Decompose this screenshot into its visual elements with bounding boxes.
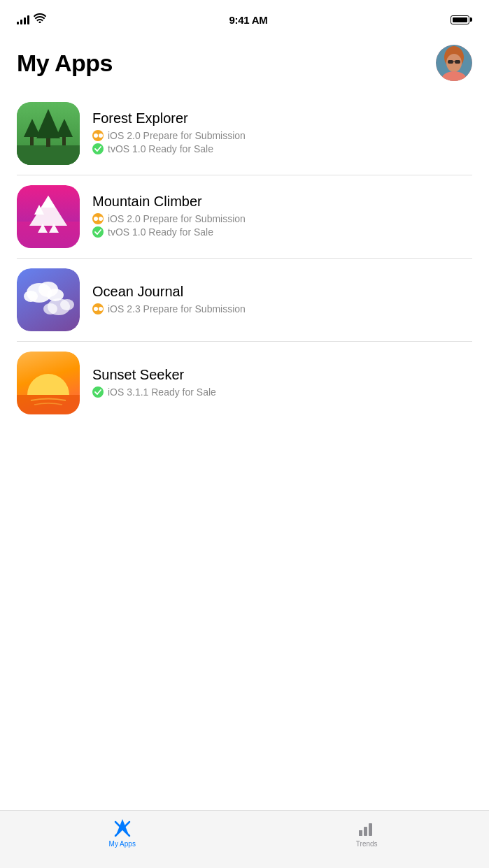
app-item-forest-explorer[interactable]: Forest Explorer iOS 2.0 Prepare for Subm… bbox=[17, 92, 472, 175]
svg-rect-4 bbox=[455, 60, 460, 64]
tab-trends-label: Trends bbox=[356, 840, 378, 848]
svg-rect-39 bbox=[364, 827, 367, 836]
svg-point-31 bbox=[60, 299, 74, 310]
app-status-forest-tvos: tvOS 1.0 Ready for Sale bbox=[92, 143, 472, 154]
battery-icon bbox=[451, 15, 472, 24]
app-status-forest-ios: iOS 2.0 Prepare for Submission bbox=[92, 130, 472, 141]
app-status-ocean-ios: iOS 2.3 Prepare for Submission bbox=[92, 303, 472, 314]
tab-trends[interactable]: Trends bbox=[245, 818, 490, 848]
app-info-forest-explorer: Forest Explorer iOS 2.0 Prepare for Subm… bbox=[92, 110, 472, 157]
trends-icon bbox=[357, 818, 376, 837]
svg-rect-35 bbox=[17, 395, 80, 414]
status-text-sunset-ios: iOS 3.1.1 Ready for Sale bbox=[108, 386, 216, 398]
wifi-icon bbox=[34, 13, 46, 26]
my-apps-icon bbox=[113, 818, 132, 837]
status-dot-yellow-3 bbox=[92, 303, 104, 314]
status-text-forest-ios: iOS 2.0 Prepare for Submission bbox=[108, 130, 246, 141]
status-dot-green-2 bbox=[92, 226, 104, 238]
svg-point-32 bbox=[43, 303, 57, 314]
app-item-ocean-journal[interactable]: Ocean Journal iOS 2.3 Prepare for Submis… bbox=[17, 259, 472, 342]
svg-rect-11 bbox=[46, 138, 50, 147]
app-info-ocean-journal: Ocean Journal iOS 2.3 Prepare for Submis… bbox=[92, 284, 472, 317]
avatar[interactable] bbox=[436, 45, 472, 81]
app-info-sunset-seeker: Sunset Seeker iOS 3.1.1 Ready for Sale bbox=[92, 367, 472, 400]
svg-point-16 bbox=[94, 133, 98, 138]
tab-my-apps-label: My Apps bbox=[109, 840, 136, 848]
header: My Apps bbox=[0, 31, 489, 92]
status-text-ocean-ios: iOS 2.3 Prepare for Submission bbox=[108, 303, 246, 314]
svg-rect-41 bbox=[359, 830, 362, 836]
svg-point-28 bbox=[24, 291, 38, 302]
tab-my-apps[interactable]: My Apps bbox=[0, 818, 245, 848]
status-text-forest-tvos: tvOS 1.0 Ready for Sale bbox=[108, 143, 213, 154]
app-item-mountain-climber[interactable]: Mountain Climber iOS 2.0 Prepare for Sub… bbox=[17, 175, 472, 259]
svg-point-33 bbox=[94, 307, 98, 311]
app-name-forest-explorer: Forest Explorer bbox=[92, 110, 472, 126]
status-time: 9:41 AM bbox=[229, 14, 268, 26]
status-dot-yellow-2 bbox=[92, 213, 104, 224]
app-status-mountain-tvos: tvOS 1.0 Ready for Sale bbox=[92, 226, 472, 238]
svg-rect-8 bbox=[17, 145, 80, 165]
status-bar: 9:41 AM bbox=[0, 0, 489, 31]
app-status-sunset-ios: iOS 3.1.1 Ready for Sale bbox=[92, 386, 472, 398]
app-status-mountain-ios: iOS 2.0 Prepare for Submission bbox=[92, 213, 472, 224]
app-icon-ocean-journal bbox=[17, 268, 80, 331]
status-dot-green-3 bbox=[92, 386, 104, 398]
status-text-mountain-ios: iOS 2.0 Prepare for Submission bbox=[108, 213, 246, 224]
app-list: Forest Explorer iOS 2.0 Prepare for Subm… bbox=[0, 92, 489, 424]
app-icon-sunset-seeker bbox=[17, 352, 80, 414]
svg-rect-13 bbox=[30, 137, 34, 145]
svg-point-24 bbox=[94, 217, 98, 221]
app-info-mountain-climber: Mountain Climber iOS 2.0 Prepare for Sub… bbox=[92, 194, 472, 240]
status-left bbox=[17, 13, 46, 26]
app-name-sunset-seeker: Sunset Seeker bbox=[92, 367, 472, 383]
status-dot-yellow bbox=[92, 130, 104, 141]
app-item-sunset-seeker[interactable]: Sunset Seeker iOS 3.1.1 Ready for Sale bbox=[17, 342, 472, 424]
status-text-mountain-tvos: tvOS 1.0 Ready for Sale bbox=[108, 226, 213, 238]
app-name-mountain-climber: Mountain Climber bbox=[92, 194, 472, 210]
page-title: My Apps bbox=[17, 50, 113, 77]
tab-bar: My Apps Trends bbox=[0, 810, 489, 868]
status-dot-green bbox=[92, 143, 104, 154]
app-name-ocean-journal: Ocean Journal bbox=[92, 284, 472, 300]
svg-rect-3 bbox=[448, 60, 453, 64]
signal-icon bbox=[17, 15, 29, 24]
app-icon-mountain-climber bbox=[17, 185, 80, 248]
svg-rect-15 bbox=[62, 137, 66, 145]
app-icon-forest-explorer bbox=[17, 102, 80, 165]
svg-rect-40 bbox=[369, 823, 372, 836]
